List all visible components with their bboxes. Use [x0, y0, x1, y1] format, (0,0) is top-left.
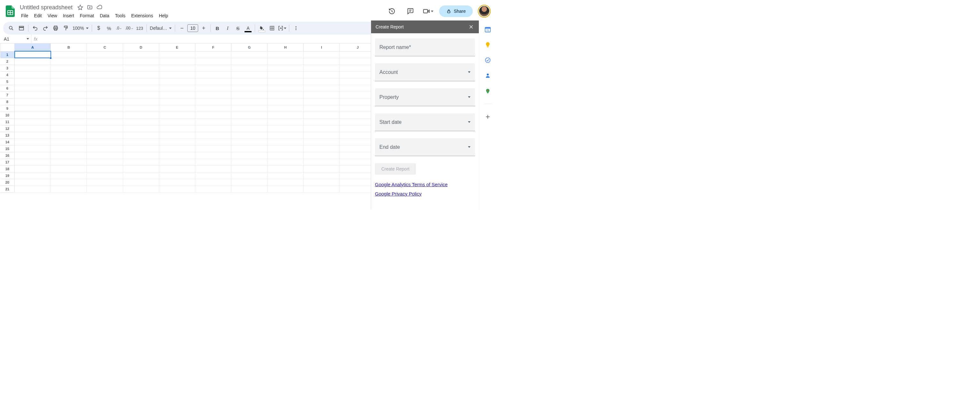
cell[interactable]	[231, 71, 267, 78]
contacts-icon[interactable]	[485, 72, 491, 79]
cell[interactable]	[267, 91, 304, 98]
cell[interactable]	[51, 172, 87, 179]
column-header[interactable]: A	[15, 43, 51, 51]
cell[interactable]	[340, 179, 376, 185]
cell[interactable]	[267, 132, 304, 139]
cell[interactable]	[231, 78, 267, 85]
cell[interactable]	[231, 152, 267, 159]
cell[interactable]	[15, 112, 51, 118]
row-header[interactable]: 15	[0, 145, 15, 152]
cell[interactable]	[195, 172, 231, 179]
cell[interactable]	[267, 165, 304, 172]
cell[interactable]	[304, 165, 340, 172]
increase-font-icon[interactable]: +	[199, 23, 208, 33]
cell[interactable]	[267, 118, 304, 125]
cell[interactable]	[231, 125, 267, 132]
cell[interactable]	[123, 112, 159, 118]
cell[interactable]	[159, 65, 195, 71]
cell[interactable]	[267, 71, 304, 78]
cell[interactable]	[304, 65, 340, 71]
cell[interactable]	[195, 51, 231, 58]
cell[interactable]	[267, 185, 304, 192]
merge-cells-icon[interactable]	[277, 23, 287, 33]
cell[interactable]	[304, 58, 340, 65]
cell[interactable]	[159, 118, 195, 125]
cell[interactable]	[15, 58, 51, 65]
cell[interactable]	[51, 185, 87, 192]
cell[interactable]	[195, 159, 231, 165]
cell[interactable]	[231, 65, 267, 71]
cell[interactable]	[304, 105, 340, 112]
menu-extensions[interactable]: Extensions	[129, 12, 155, 19]
cell[interactable]	[87, 51, 123, 58]
cell[interactable]	[159, 145, 195, 152]
cell[interactable]	[51, 165, 87, 172]
close-icon[interactable]	[468, 24, 474, 30]
zoom-select[interactable]: 100%	[71, 26, 90, 31]
cell[interactable]	[340, 105, 376, 112]
cell[interactable]	[231, 118, 267, 125]
cell[interactable]	[123, 118, 159, 125]
cell[interactable]	[267, 179, 304, 185]
menu-edit[interactable]: Edit	[32, 12, 45, 19]
cell[interactable]	[51, 65, 87, 71]
cell[interactable]	[340, 58, 376, 65]
cell[interactable]	[267, 172, 304, 179]
borders-icon[interactable]	[267, 23, 277, 33]
cell[interactable]	[231, 51, 267, 58]
cell[interactable]	[340, 51, 376, 58]
cell[interactable]	[195, 125, 231, 132]
cell[interactable]	[87, 91, 123, 98]
row-header[interactable]: 19	[0, 172, 15, 179]
cell[interactable]	[304, 91, 340, 98]
cell[interactable]	[87, 139, 123, 145]
cell[interactable]	[159, 85, 195, 91]
cell[interactable]	[304, 112, 340, 118]
cell[interactable]	[267, 98, 304, 105]
font-select[interactable]: Defaul…	[149, 26, 173, 31]
account-select[interactable]: Account	[375, 63, 475, 81]
cell[interactable]	[51, 145, 87, 152]
maps-icon[interactable]	[485, 88, 491, 95]
tasks-icon[interactable]	[485, 57, 491, 63]
cell[interactable]	[195, 65, 231, 71]
cell[interactable]	[51, 152, 87, 159]
cell[interactable]	[15, 98, 51, 105]
cell[interactable]	[231, 159, 267, 165]
column-header[interactable]: J	[340, 43, 376, 51]
report-name-field[interactable]: Report name*	[375, 38, 475, 56]
cell[interactable]	[304, 139, 340, 145]
history-icon[interactable]	[385, 5, 398, 18]
cell[interactable]	[51, 58, 87, 65]
cell[interactable]	[304, 85, 340, 91]
cell[interactable]	[123, 85, 159, 91]
cell[interactable]	[340, 165, 376, 172]
cell[interactable]	[304, 179, 340, 185]
menu-data[interactable]: Data	[97, 12, 112, 19]
row-header[interactable]: 2	[0, 58, 15, 65]
menu-help[interactable]: Help	[156, 12, 171, 19]
column-header[interactable]: G	[231, 43, 267, 51]
property-select[interactable]: Property	[375, 88, 475, 106]
cell[interactable]	[87, 105, 123, 112]
cell[interactable]	[195, 118, 231, 125]
cell[interactable]	[159, 152, 195, 159]
cell[interactable]	[87, 172, 123, 179]
cell[interactable]	[340, 132, 376, 139]
cell[interactable]	[159, 71, 195, 78]
cell[interactable]	[87, 132, 123, 139]
cell[interactable]	[51, 125, 87, 132]
cell[interactable]	[87, 179, 123, 185]
cell[interactable]	[15, 71, 51, 78]
cell[interactable]	[195, 165, 231, 172]
tos-link[interactable]: Google Analytics Terms of Service	[375, 182, 475, 187]
cell[interactable]	[123, 98, 159, 105]
cell[interactable]	[340, 65, 376, 71]
cell[interactable]	[267, 78, 304, 85]
print-icon[interactable]	[51, 23, 60, 33]
cell[interactable]	[195, 105, 231, 112]
cell[interactable]	[123, 105, 159, 112]
cell[interactable]	[159, 125, 195, 132]
cell[interactable]	[231, 179, 267, 185]
cell[interactable]	[304, 78, 340, 85]
